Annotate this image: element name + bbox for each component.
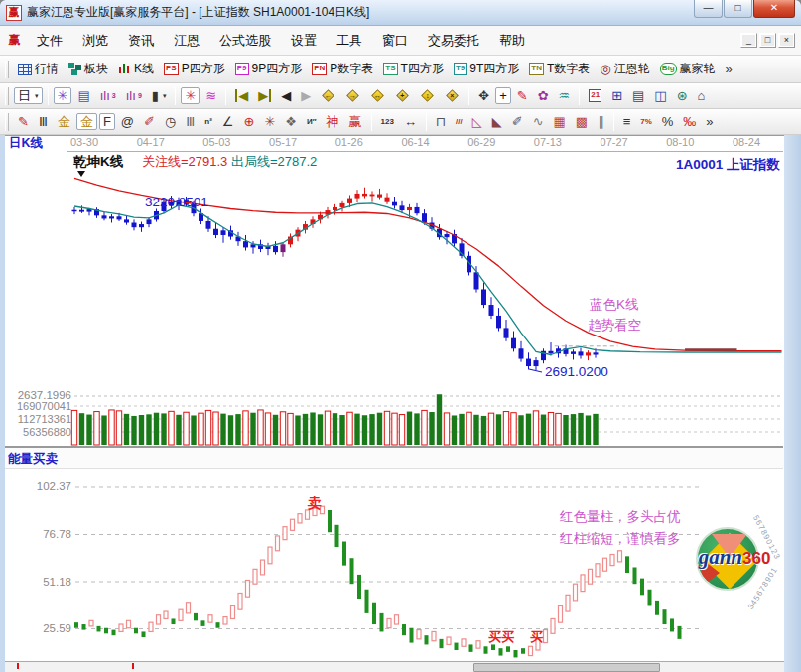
mdi-restore-button[interactable]: □ (759, 33, 776, 48)
price-scale-tool-icon: ≡ (623, 115, 631, 128)
parallel-lines-tool[interactable]: ∥ (594, 113, 608, 130)
trend-measure-icon[interactable]: ✎ (513, 87, 532, 104)
shift-right-button[interactable]: → (341, 87, 364, 104)
price-scale-tool[interactable]: ≡ (619, 113, 635, 130)
fan-box-fill-tool[interactable]: ◣ (488, 113, 506, 130)
gold-grid-tool[interactable]: 金 (76, 113, 97, 130)
notes-icon[interactable]: ▤ (628, 87, 648, 104)
p-number-table-button[interactable]: PNP数字表 (308, 59, 377, 79)
nine-t-square-button[interactable]: T99T四方形 (450, 59, 523, 79)
gold-ratio-tool[interactable]: 金 (54, 113, 74, 130)
single-kline-icon[interactable]: ▮▾ (148, 87, 171, 104)
save-icon[interactable]: ◫ (650, 87, 670, 104)
compress-horizontal-button[interactable]: + (391, 87, 414, 104)
skip-to-end-button[interactable]: ▶ (254, 87, 275, 104)
shen-grid-tool[interactable]: 神 (323, 113, 343, 130)
fan-box-tool[interactable]: ◺ (468, 113, 486, 130)
period-daily-selector[interactable]: 日▾ (14, 87, 43, 104)
time-line-tool[interactable]: Ⅲ (182, 113, 199, 130)
skip-to-start-button[interactable]: ◀ (231, 87, 252, 104)
menu-item-窗口[interactable]: 窗口 (372, 29, 418, 53)
info-list-icon[interactable]: ▤ (73, 87, 93, 104)
scrollbar-thumb[interactable] (473, 663, 660, 672)
pan-hand-button[interactable]: ✥ (474, 87, 493, 104)
brush-tool[interactable]: ✎ (14, 113, 33, 130)
ruler-123-tool[interactable]: 123 (377, 116, 398, 128)
multi-chart-9-icon[interactable]: ılı9 (122, 87, 146, 104)
wave-scan-icon[interactable]: ♒ (555, 87, 575, 104)
percent-draw-tool[interactable]: ✐ (140, 113, 159, 130)
n-wave-tool[interactable]: И″ (303, 116, 321, 128)
export-disk-icon[interactable]: ⊛ (673, 87, 692, 104)
zigzag-tool[interactable]: ∿ (529, 113, 548, 130)
nine-p-square-button[interactable]: P99P四方形 (231, 59, 306, 79)
fan-box-tool-icon: ◺ (472, 115, 482, 128)
calendar-icon[interactable]: 21 (585, 87, 605, 103)
menu-item-公式选股[interactable]: 公式选股 (209, 29, 281, 53)
percent-zone-tool[interactable]: 7% (636, 116, 656, 128)
star-web-tool[interactable]: ✳ (260, 113, 279, 130)
winner-wheel-button-label: 赢家轮 (680, 61, 716, 77)
ying-grid-tool[interactable]: 赢 (345, 113, 366, 130)
step-forward-button[interactable]: ▶ (297, 87, 315, 104)
market-overflow-chevron[interactable]: » (722, 61, 736, 77)
n-square-tool[interactable]: n² (200, 116, 216, 128)
percent-tool[interactable]: % (658, 113, 678, 130)
f-grid-tool[interactable]: F (99, 113, 115, 130)
menu-item-浏览[interactable]: 浏览 (72, 29, 118, 53)
box-measure-tool[interactable]: ⊓ (432, 113, 450, 130)
spiral-tool[interactable]: @ (117, 113, 138, 130)
gann-circle-tool[interactable]: ⊕ (239, 113, 258, 130)
percent-line-tool[interactable]: ‰ (679, 113, 700, 130)
calculator-icon[interactable]: ⊞ (607, 87, 626, 104)
crosshair-button[interactable]: + (495, 87, 511, 104)
pc-sync-icon[interactable]: ⌂ (694, 87, 710, 104)
toolbar-drawing: ✎Ⅲ金金F@✐◷Ⅲn²∠⊕✳❖И″神赢123↔⊓///◺◣✐∿▦▩∥≡7%%‰» (0, 109, 801, 135)
maximize-button[interactable]: □ (724, 0, 752, 18)
qiankun-web-icon[interactable]: ✳ (181, 87, 200, 104)
price-chart-canvas[interactable]: 03-3004-1705-0305-1701-2606-1406-2907-13… (5, 136, 784, 662)
percent-draw-tool-icon: ✐ (144, 115, 155, 128)
kline-button[interactable]: K线 (114, 59, 158, 79)
gann-web-icon[interactable]: ✳ (54, 87, 72, 104)
width-measure-tool[interactable]: ↔ (400, 113, 421, 130)
draw-overflow-chevron[interactable]: » (702, 113, 717, 130)
svg-text:05-17: 05-17 (269, 136, 297, 148)
zoom-out-button[interactable]: × (441, 87, 464, 104)
energy-indicator-icon[interactable]: ≋ (201, 87, 220, 104)
quotes-button[interactable]: 行情 (14, 59, 63, 79)
grid-dense-tool[interactable]: ▩ (572, 113, 592, 130)
gann-wheel-button[interactable]: ◎江恩轮 (596, 59, 653, 79)
winner-wheel-button[interactable]: Big赢家轮 (656, 59, 720, 79)
pattern-mask-icon[interactable]: ✿ (534, 87, 553, 104)
multi-chart-3-icon[interactable]: ılı3 (96, 87, 120, 104)
menu-item-资讯[interactable]: 资讯 (118, 29, 164, 53)
menu-item-江恩[interactable]: 江恩 (164, 29, 209, 53)
zoom-in-button[interactable]: ↕ (416, 87, 439, 104)
menu-item-设置[interactable]: 设置 (281, 29, 327, 53)
gann-line-tool[interactable]: Ⅲ (35, 113, 52, 130)
menu-item-交易委托[interactable]: 交易委托 (418, 29, 489, 53)
pencil-lines-tool[interactable]: ✐ (508, 113, 527, 130)
grid-dots-tool[interactable]: ▦ (550, 113, 570, 130)
expand-horizontal-button[interactable]: ↔ (366, 87, 389, 104)
chart-area[interactable]: 03-3004-1705-0305-1701-2606-1406-2907-13… (5, 135, 784, 661)
t-number-table-button[interactable]: TNT数字表 (525, 59, 594, 79)
angle-line-tool[interactable]: ∠ (218, 113, 238, 130)
horizontal-scrollbar[interactable] (5, 661, 784, 672)
step-back-button[interactable]: ◀ (277, 87, 295, 104)
minimize-button[interactable]: — (694, 0, 723, 18)
close-button[interactable]: ✕ (753, 0, 795, 18)
mdi-minimize-button[interactable]: _ (740, 33, 757, 48)
time-cycle-tool[interactable]: ◷ (161, 113, 180, 130)
shift-left-button[interactable]: ← (317, 87, 339, 104)
gann-fan-tool[interactable]: /// (452, 116, 467, 128)
menu-item-帮助[interactable]: 帮助 (489, 29, 535, 53)
p-square-button[interactable]: PSP四方形 (160, 59, 229, 79)
menu-item-文件[interactable]: 文件 (27, 29, 72, 53)
sectors-button[interactable]: 板块 (65, 59, 112, 79)
boxed-web-tool[interactable]: ❖ (281, 113, 301, 130)
mdi-close-button[interactable]: × (778, 33, 795, 48)
menu-item-工具[interactable]: 工具 (327, 29, 372, 53)
t-square-button[interactable]: TST四方形 (379, 59, 448, 79)
